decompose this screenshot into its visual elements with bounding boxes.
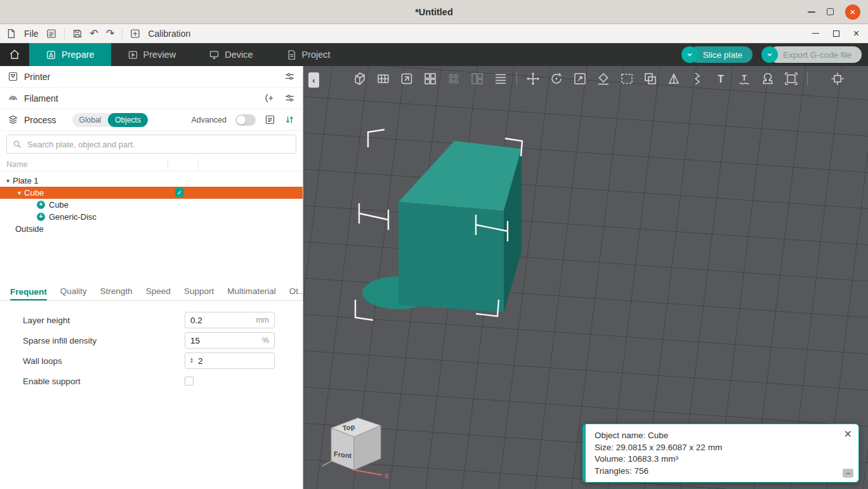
wall-loops-stepper[interactable]: ▴▾ (190, 358, 193, 364)
tab-prepare[interactable]: Prepare (29, 43, 111, 66)
caret-down-icon[interactable]: ▾ (6, 177, 10, 184)
slice-plate-button[interactable]: Slice plate (681, 46, 753, 63)
tab-device[interactable]: Device (192, 43, 269, 66)
info-minimize-button[interactable]: – (843, 469, 853, 478)
os-restore-button[interactable] (827, 8, 834, 15)
search-input[interactable] (6, 135, 296, 154)
scale-icon[interactable] (572, 71, 588, 86)
calibration-menu[interactable]: Calibration (148, 29, 190, 39)
app-close-button[interactable]: × (853, 29, 859, 39)
menu-list-icon[interactable] (46, 29, 56, 39)
lay-on-face-icon[interactable] (596, 71, 611, 86)
emboss-text-icon[interactable]: T (737, 71, 752, 86)
info-volume: Volume: 10683.3 mm³ (595, 453, 850, 465)
viewport-toolbar: T T (329, 71, 868, 86)
info-close-button[interactable]: ✕ (844, 429, 852, 439)
printer-settings-icon[interactable] (284, 71, 295, 82)
collapse-sidebar-button[interactable]: ‹ (308, 72, 319, 88)
svg-text:T: T (718, 74, 724, 84)
scope-global-button[interactable]: Global (72, 113, 109, 127)
param-row-enable-support: Enable support (0, 371, 303, 391)
tab-speed[interactable]: Speed (146, 286, 171, 300)
tab-quality[interactable]: Quality (60, 286, 87, 300)
add-object-icon[interactable] (352, 71, 367, 86)
printable-checkbox[interactable]: ✓ (175, 188, 184, 197)
tree-row-cube-selected[interactable]: ▾ Cube ✓ (0, 187, 303, 199)
move-icon[interactable] (525, 71, 541, 86)
variable-layer-height-icon[interactable] (493, 71, 508, 86)
add-plate-icon[interactable] (376, 71, 391, 86)
os-minimize-button[interactable] (808, 11, 815, 13)
search-area (0, 131, 303, 157)
split-to-parts-icon (470, 71, 485, 86)
filament-settings-icon[interactable] (284, 93, 295, 104)
caret-down-icon[interactable]: ▾ (18, 189, 21, 196)
text-icon[interactable]: T (713, 71, 728, 86)
home-button[interactable] (0, 43, 29, 66)
stamp-icon[interactable] (760, 71, 775, 86)
export-gcode-button[interactable]: Export G-code file (761, 46, 862, 63)
split-to-objects-icon (446, 71, 461, 86)
tab-project[interactable]: Project (270, 43, 347, 66)
seam-painting-icon[interactable] (690, 71, 705, 86)
calibration-icon[interactable] (130, 29, 140, 39)
wall-loops-value[interactable]: 2 (198, 356, 203, 366)
x-axis-line (354, 470, 382, 475)
auto-orient-icon[interactable] (399, 71, 414, 86)
tree-row-cube-part[interactable]: + Cube (0, 199, 303, 211)
undo-icon[interactable]: ↶ (90, 29, 98, 39)
file-menu[interactable]: File (24, 29, 39, 39)
advanced-label: Advanced (191, 116, 227, 124)
mesh-boolean-icon[interactable] (643, 71, 658, 86)
rotate-icon[interactable] (549, 71, 564, 86)
info-triangles: Triangles: 756 (595, 466, 850, 477)
process-icon (8, 114, 18, 125)
redo-icon[interactable]: ↷ (106, 29, 114, 39)
arrange-icon[interactable] (423, 71, 438, 86)
toolbar-separator (516, 72, 517, 85)
export-dropdown-button[interactable] (761, 46, 778, 63)
scope-objects-button[interactable]: Objects (108, 113, 148, 127)
cube-object[interactable] (398, 141, 522, 312)
slice-dropdown-button[interactable] (681, 46, 698, 63)
param-row-infill: Sparse infill density % (0, 330, 303, 351)
navigation-cube[interactable]: Top Front x (319, 412, 392, 481)
y-axis-line (322, 461, 331, 466)
layer-height-input[interactable] (190, 316, 241, 325)
frame-select-icon[interactable] (784, 71, 799, 86)
tab-preview[interactable]: Preview (111, 43, 193, 66)
tree-row-generic-disc[interactable]: + Generic-Disc (0, 211, 303, 223)
toolbar-separator (807, 72, 808, 85)
save-icon[interactable] (72, 29, 82, 39)
advanced-toggle[interactable] (235, 114, 256, 126)
tree-row-plate[interactable]: ▾ Plate 1 (0, 175, 303, 187)
enable-support-checkbox[interactable] (185, 377, 194, 385)
object-tree: ▾ Plate 1 ▾ Cube ✓ + Cube + Generic-Disc… (0, 171, 303, 282)
assembly-view-icon[interactable] (830, 71, 845, 86)
home-icon (9, 49, 20, 60)
search-icon (13, 140, 22, 149)
compare-presets-icon[interactable] (284, 114, 295, 125)
cut-icon[interactable] (619, 71, 635, 86)
app-maximize-button[interactable] (833, 30, 839, 37)
os-titlebar: *Untitled × (0, 0, 868, 24)
info-object-name: Object name: Cube (595, 430, 850, 441)
window-title: *Untitled (415, 7, 453, 17)
viewport-3d[interactable]: ‹ T T (303, 66, 868, 489)
file-icon[interactable] (6, 29, 16, 39)
os-close-button[interactable]: × (845, 4, 860, 20)
filament-section[interactable]: Filament (0, 88, 303, 109)
paint-support-icon[interactable] (666, 71, 681, 86)
project-icon (286, 50, 297, 60)
infill-density-input[interactable] (190, 336, 241, 345)
app-minimize-button[interactable] (812, 33, 819, 34)
add-filament-icon[interactable] (265, 93, 275, 104)
tab-frequent[interactable]: Frequent (10, 287, 47, 301)
tab-multimaterial[interactable]: Multimaterial (227, 286, 276, 300)
tab-strength[interactable]: Strength (100, 286, 133, 300)
tab-support[interactable]: Support (184, 286, 214, 300)
printer-section[interactable]: Printer (0, 66, 303, 88)
tree-row-outside[interactable]: Outside (0, 223, 303, 235)
process-section: Process Global Objects Advanced (0, 109, 303, 131)
parameter-table-icon[interactable] (265, 114, 275, 125)
